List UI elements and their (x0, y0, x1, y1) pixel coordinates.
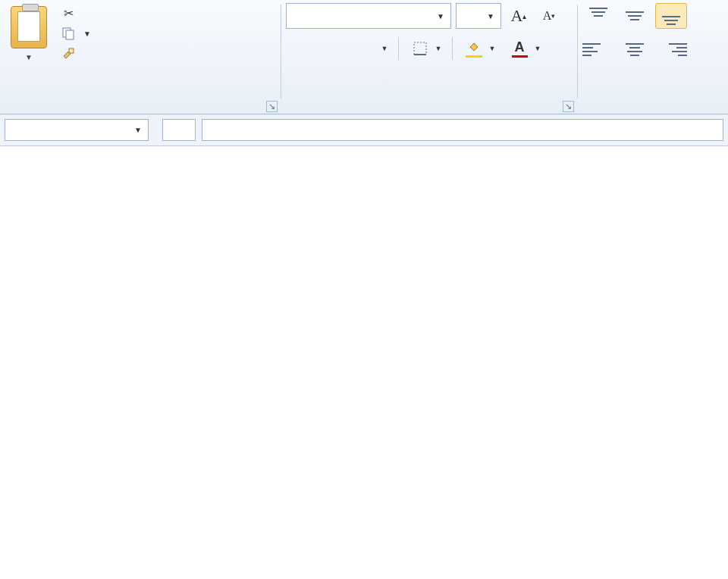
chevron-down-icon: ▼ (25, 53, 33, 61)
font-size-select[interactable]: ▼ (456, 3, 501, 29)
paintbrush-icon (61, 46, 76, 60)
borders-button[interactable]: ▼ (406, 35, 444, 62)
align-center-button[interactable] (619, 36, 651, 62)
ribbon: ▼ ✂ ▼ (0, 0, 728, 114)
align-bottom-button[interactable] (655, 3, 687, 29)
copy-icon (61, 27, 76, 40)
chevron-down-icon: ▼ (487, 12, 494, 20)
paste-button[interactable]: ▼ (5, 3, 53, 64)
fill-color-button[interactable]: ▼ (460, 35, 498, 62)
paste-icon (11, 6, 47, 49)
align-top-button[interactable] (582, 3, 614, 29)
decrease-font-button[interactable]: A▾ (536, 3, 562, 29)
cut-button[interactable]: ✂ (59, 3, 93, 23)
chevron-down-icon: ▼ (532, 36, 543, 61)
align-middle-button[interactable] (619, 3, 651, 29)
font-name-select[interactable]: ▼ (286, 3, 451, 29)
format-painter-button[interactable] (59, 43, 93, 63)
font-group: ▼ ▼ A▴ A▾ ▼ ▼ (281, 0, 577, 114)
chevron-down-icon: ▼ (487, 36, 497, 61)
fill-bucket-icon (461, 36, 487, 61)
font-color-icon: A (507, 36, 532, 61)
font-color-button[interactable]: A ▼ (506, 35, 544, 62)
fx-button[interactable] (162, 119, 196, 141)
align-left-button[interactable] (582, 36, 614, 62)
italic-button[interactable] (319, 36, 345, 61)
svg-rect-2 (69, 49, 74, 53)
chevron-down-icon: ▼ (134, 126, 142, 134)
clipboard-group: ▼ ✂ ▼ (0, 0, 281, 114)
increase-font-button[interactable]: A▴ (506, 3, 532, 29)
borders-icon (407, 36, 433, 61)
align-right-button[interactable] (655, 36, 687, 62)
formula-bar: ▼ (0, 114, 728, 146)
formula-input[interactable] (202, 119, 723, 141)
svg-rect-3 (414, 42, 426, 55)
svg-rect-1 (66, 30, 74, 39)
scissors-icon: ✂ (61, 6, 76, 20)
underline-button[interactable]: ▼ (353, 35, 391, 62)
copy-button[interactable]: ▼ (59, 23, 93, 43)
chevron-down-icon: ▼ (379, 36, 390, 61)
clipboard-dialog-launcher[interactable]: ↘ (266, 101, 278, 112)
chevron-down-icon: ▼ (437, 12, 444, 20)
chevron-down-icon: ▼ (433, 36, 444, 61)
chevron-down-icon: ▼ (83, 30, 91, 38)
name-box[interactable]: ▼ (5, 119, 149, 141)
font-dialog-launcher[interactable]: ↘ (563, 101, 574, 112)
separator (398, 37, 399, 60)
separator (452, 37, 453, 60)
bold-button[interactable] (286, 36, 312, 61)
alignment-group (578, 0, 699, 114)
